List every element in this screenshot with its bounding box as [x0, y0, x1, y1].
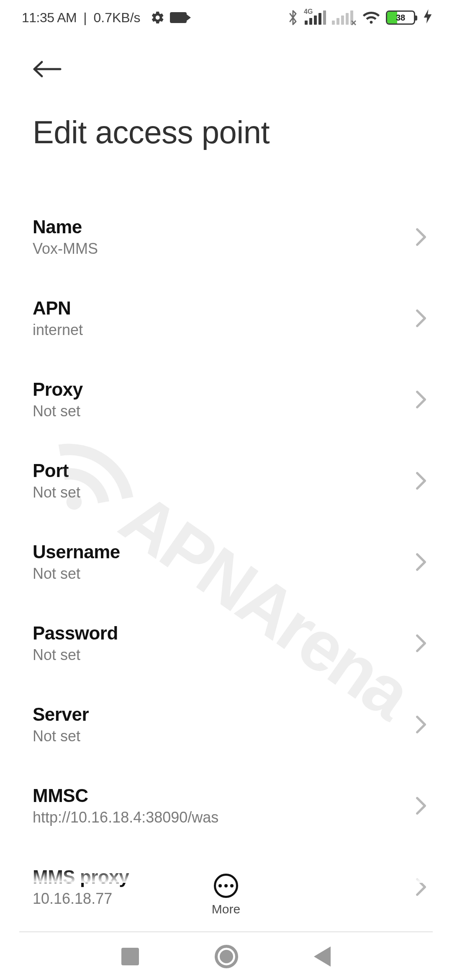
- gear-icon: [151, 10, 165, 25]
- status-separator: |: [83, 10, 87, 26]
- back-button[interactable]: [33, 59, 62, 79]
- setting-row-password[interactable]: Password Not set: [33, 603, 430, 684]
- status-data-rate: 0.7KB/s: [94, 10, 141, 26]
- nav-home-button[interactable]: [215, 945, 238, 968]
- setting-row-server[interactable]: Server Not set: [33, 684, 430, 765]
- status-bar-left: 11:35 AM | 0.7KB/s: [22, 10, 187, 26]
- charging-icon: [424, 9, 432, 26]
- setting-label: MMSC: [33, 785, 218, 806]
- setting-label: Proxy: [33, 379, 83, 400]
- signal-sim2-icon: [332, 10, 357, 25]
- setting-value: Vox-MMS: [33, 240, 98, 258]
- nav-bar: [0, 933, 452, 980]
- setting-label: APN: [33, 298, 83, 319]
- setting-row-proxy[interactable]: Proxy Not set: [33, 359, 430, 440]
- setting-row-apn[interactable]: APN internet: [33, 278, 430, 359]
- setting-value: http://10.16.18.4:38090/was: [33, 809, 218, 826]
- chevron-right-icon: [415, 797, 430, 815]
- camera-icon: [170, 12, 187, 23]
- signal-sim1-icon: 4G: [305, 10, 326, 25]
- setting-row-mmsc[interactable]: MMSC http://10.16.18.4:38090/was: [33, 765, 430, 846]
- chevron-right-icon: [415, 553, 430, 571]
- page-title: Edit access point: [0, 80, 452, 150]
- setting-row-port[interactable]: Port Not set: [33, 440, 430, 521]
- setting-value: Not set: [33, 646, 118, 664]
- battery-icon: 38: [386, 10, 415, 25]
- setting-label: Server: [33, 704, 89, 725]
- settings-list: Name Vox-MMS APN internet Proxy Not set …: [0, 150, 452, 928]
- battery-percent: 38: [387, 13, 414, 23]
- setting-value: Not set: [33, 402, 83, 420]
- setting-row-name[interactable]: Name Vox-MMS: [33, 196, 430, 278]
- chevron-right-icon: [415, 634, 430, 652]
- bluetooth-icon: [287, 9, 299, 26]
- wifi-icon: [362, 10, 380, 25]
- setting-label: Password: [33, 623, 118, 644]
- setting-value: Not set: [33, 727, 89, 745]
- status-bar-right: 4G 38: [287, 9, 432, 26]
- setting-label: Username: [33, 542, 120, 562]
- nav-back-button[interactable]: [314, 946, 331, 967]
- status-bar: 11:35 AM | 0.7KB/s 4G: [0, 0, 452, 35]
- status-time: 11:35 AM: [22, 10, 77, 26]
- setting-row-username[interactable]: Username Not set: [33, 521, 430, 603]
- setting-value: internet: [33, 321, 83, 339]
- more-button[interactable]: More: [0, 874, 452, 916]
- more-icon: [214, 874, 238, 898]
- chevron-right-icon: [415, 309, 430, 328]
- setting-label: Name: [33, 217, 98, 237]
- bottom-divider: [19, 931, 433, 932]
- network-type-label: 4G: [304, 8, 313, 15]
- nav-recents-button[interactable]: [121, 948, 139, 965]
- chevron-right-icon: [415, 228, 430, 246]
- setting-value: Not set: [33, 565, 120, 583]
- more-label: More: [212, 902, 240, 916]
- chevron-right-icon: [415, 390, 430, 409]
- chevron-right-icon: [415, 472, 430, 490]
- chevron-right-icon: [415, 715, 430, 734]
- setting-label: Port: [33, 460, 80, 481]
- setting-value: Not set: [33, 484, 80, 501]
